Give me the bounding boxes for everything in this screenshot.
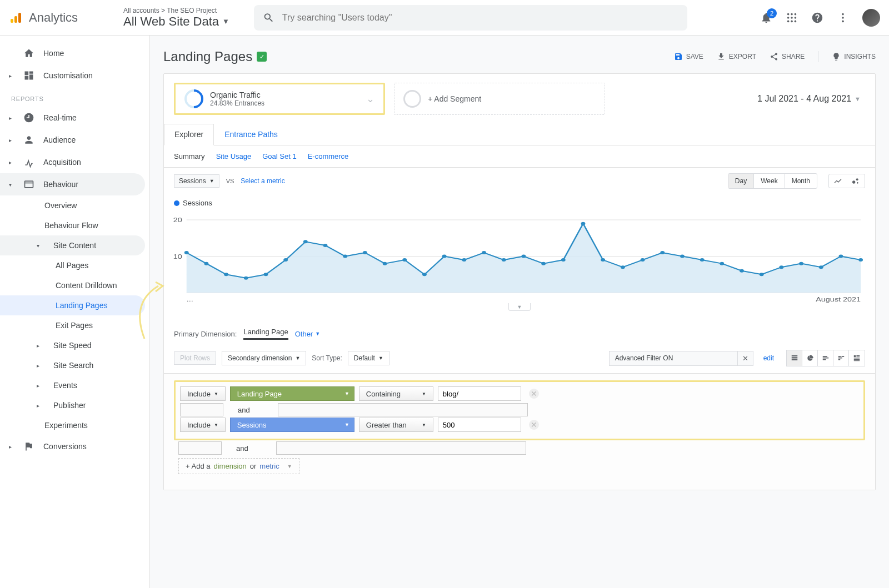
svg-point-45	[581, 222, 586, 225]
line-chart-icon	[833, 177, 842, 185]
sidebar-item-acquisition[interactable]: ▸Acquisition	[0, 151, 149, 173]
search-input[interactable]	[282, 13, 678, 23]
secondary-dimension-select[interactable]: Secondary dimension▼	[222, 351, 306, 365]
sidebar-item-behaviour[interactable]: ▾Behaviour	[0, 173, 145, 195]
filter-include-select-2[interactable]: Include▼	[180, 418, 226, 432]
filter-operator-select-2[interactable]: Greater than▼	[359, 418, 433, 432]
chart-type-line[interactable]	[829, 174, 847, 188]
view-bar[interactable]	[818, 350, 833, 366]
sort-type-label: Sort Type:	[312, 354, 342, 362]
collapse-icon: ▾	[9, 182, 14, 188]
delete-filter-row-1[interactable]: ✕	[529, 389, 539, 399]
sidebar-item-home[interactable]: Home	[0, 42, 149, 64]
subtab-ecommerce[interactable]: E-commerce	[308, 152, 349, 160]
sidebar-item-customisation[interactable]: ▸Customisation	[0, 64, 149, 87]
filter-value-input-2[interactable]	[438, 418, 521, 432]
account-picker[interactable]: All accounts > The SEO Project All Web S…	[123, 7, 229, 29]
svg-point-18	[856, 178, 858, 180]
filter-value-input-1[interactable]	[438, 386, 521, 401]
tab-entrance-paths[interactable]: Entrance Paths	[214, 124, 288, 145]
svg-text:...: ...	[187, 296, 193, 303]
svg-point-14	[842, 20, 844, 22]
svg-point-8	[795, 17, 797, 19]
primary-dimension-other[interactable]: Other▼	[295, 330, 320, 338]
topbar-right: 2	[760, 9, 880, 27]
more-icon[interactable]	[837, 12, 849, 24]
sidebar-item-behaviour-flow[interactable]: Behaviour Flow	[0, 215, 149, 235]
search-box[interactable]	[254, 5, 687, 31]
sidebar-item-overview[interactable]: Overview	[0, 195, 149, 215]
svg-text:August 2021: August 2021	[816, 296, 861, 303]
chart-expand-handle[interactable]: ▼	[508, 303, 531, 311]
sidebar-item-realtime[interactable]: ▸Real-time	[0, 107, 149, 129]
add-filter-button[interactable]: + Add a dimension or metric ▼	[178, 458, 299, 474]
segment-organic-traffic[interactable]: Organic Traffic 24.83% Entrances ⌄	[174, 83, 385, 115]
view-pivot[interactable]	[849, 350, 865, 366]
svg-point-10	[791, 20, 793, 22]
filter-dimension-select-1[interactable]: Landing Page▼	[230, 386, 354, 401]
chart-type-motion[interactable]	[847, 174, 865, 188]
filter-operator-select-1[interactable]: Containing▼	[359, 386, 433, 401]
edit-filter-link[interactable]: edit	[763, 354, 774, 362]
help-icon[interactable]	[811, 12, 823, 24]
view-pie[interactable]	[802, 350, 818, 366]
subtab-site-usage[interactable]: Site Usage	[216, 152, 252, 160]
avatar[interactable]	[862, 9, 880, 27]
sidebar-item-events[interactable]: ▸Events	[0, 375, 149, 395]
sidebar-item-all-pages[interactable]: All Pages	[0, 255, 149, 275]
delete-filter-row-2[interactable]: ✕	[529, 420, 539, 430]
segment-name: Organic Traffic	[210, 91, 264, 99]
view-table[interactable]	[787, 350, 802, 366]
expand-icon: ▸	[9, 115, 14, 121]
view-comparison[interactable]	[833, 350, 849, 366]
sidebar-item-audience[interactable]: ▸Audience	[0, 129, 149, 151]
sidebar-item-site-search[interactable]: ▸Site Search	[0, 355, 149, 375]
sidebar-item-publisher[interactable]: ▸Publisher	[0, 395, 149, 415]
svg-rect-1	[14, 16, 17, 23]
sidebar-item-conversions[interactable]: ▸Conversions	[0, 435, 149, 458]
insights-button[interactable]: INSIGHTS	[832, 52, 876, 61]
dashboard-icon	[23, 70, 34, 81]
granularity-week[interactable]: Week	[754, 174, 785, 188]
chevron-down-icon: ▼	[214, 391, 218, 396]
export-button[interactable]: EXPORT	[717, 52, 756, 61]
plot-rows-button[interactable]: Plot Rows	[174, 351, 216, 365]
pivot-icon	[853, 354, 861, 362]
product-logo[interactable]: Analytics	[9, 11, 114, 25]
primary-dimension-row: Primary Dimension: Landing Page Other▼	[164, 322, 875, 345]
subtab-goal-set-1[interactable]: Goal Set 1	[262, 152, 296, 160]
table-view-toggles	[786, 350, 865, 366]
flag-icon	[23, 441, 34, 452]
filter-metric-select-2[interactable]: Sessions▼	[230, 418, 354, 432]
apps-icon[interactable]	[786, 12, 798, 24]
primary-metric-select[interactable]: Sessions▼	[174, 174, 219, 188]
sidebar-item-landing-pages[interactable]: Landing Pages	[0, 295, 145, 315]
granularity-day[interactable]: Day	[728, 174, 754, 188]
chevron-down-icon: ▼	[855, 96, 861, 102]
sidebar-item-site-content[interactable]: ▾Site Content	[0, 235, 145, 255]
save-button[interactable]: SAVE	[674, 52, 703, 61]
svg-point-36	[402, 258, 407, 262]
sort-type-select[interactable]: Default▼	[348, 351, 389, 365]
svg-point-31	[303, 240, 308, 243]
share-button[interactable]: SHARE	[770, 52, 805, 61]
bar-icon	[822, 354, 830, 362]
clear-filter-button[interactable]: ✕	[737, 351, 753, 365]
svg-point-29	[264, 273, 268, 276]
filter-include-select-1[interactable]: Include▼	[180, 386, 226, 401]
add-segment-button[interactable]: + Add Segment	[394, 83, 605, 115]
notifications-button[interactable]: 2	[760, 12, 772, 24]
page-actions: SAVE EXPORT SHARE INSIGHTS	[674, 51, 876, 62]
filter-and-row-1: and	[180, 403, 859, 416]
svg-point-4	[791, 13, 793, 15]
granularity-month[interactable]: Month	[785, 174, 817, 188]
svg-point-40	[482, 251, 486, 254]
date-range-picker[interactable]: 1 Jul 2021 - 4 Aug 2021▼	[757, 94, 865, 104]
tab-explorer[interactable]: Explorer	[164, 124, 214, 145]
compare-metric-link[interactable]: Select a metric	[241, 177, 284, 185]
subtab-summary[interactable]: Summary	[174, 152, 205, 160]
svg-point-3	[787, 13, 790, 15]
segment-subtitle: 24.83% Entrances	[210, 99, 264, 107]
primary-dimension-active[interactable]: Landing Page	[243, 328, 288, 340]
sidebar-item-experiments[interactable]: Experiments	[0, 415, 149, 435]
